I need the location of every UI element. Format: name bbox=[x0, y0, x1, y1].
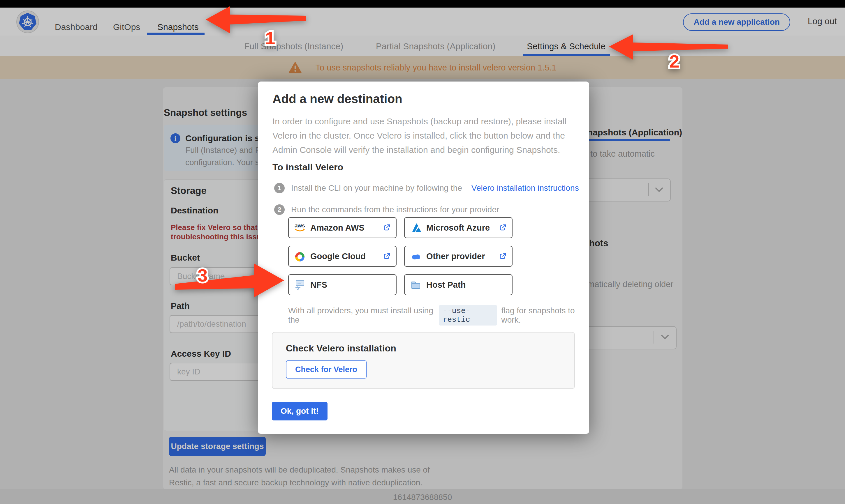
modal-title: Add a new destination bbox=[272, 92, 402, 106]
install-step-2: 2 Run the commands from the instructions… bbox=[274, 204, 499, 215]
annotation-label-3: 3 bbox=[197, 265, 208, 285]
svg-text:aws: aws bbox=[295, 222, 305, 229]
modal-intro-text: In order to configure and use Snapshots … bbox=[272, 114, 567, 157]
annotation-label-1: 1 bbox=[265, 28, 275, 48]
annotation-label-2: 2 bbox=[669, 51, 679, 71]
check-for-velero-button[interactable]: Check for Velero bbox=[286, 360, 367, 379]
check-velero-title: Check Velero installation bbox=[286, 343, 396, 354]
provider-label: Microsoft Azure bbox=[426, 223, 490, 233]
restic-note: With all providers, you must install usi… bbox=[288, 305, 589, 325]
external-link-icon bbox=[383, 252, 391, 260]
provider-label: Google Cloud bbox=[310, 252, 366, 261]
annotation-arrow-1: 1 bbox=[204, 4, 309, 48]
step-number-badge: 1 bbox=[274, 183, 285, 193]
provider-button-grid: aws Amazon AWS Microsoft Azure bbox=[288, 217, 512, 295]
annotation-arrow-2: 2 bbox=[608, 32, 730, 74]
provider-button-nfs[interactable]: NFS bbox=[288, 274, 397, 295]
restic-note-text: flag for snapshots to work. bbox=[501, 306, 589, 325]
annotation-arrow-3: 3 bbox=[172, 260, 288, 301]
provider-label: Host Path bbox=[426, 280, 465, 290]
provider-button-other[interactable]: Other provider bbox=[404, 246, 512, 267]
provider-button-azure[interactable]: Microsoft Azure bbox=[404, 217, 512, 238]
velero-instructions-link[interactable]: Velero installation instructions bbox=[472, 183, 579, 193]
step-text: Install the CLI on your machine by follo… bbox=[291, 183, 462, 193]
step-text: Run the commands from the instructions f… bbox=[291, 205, 499, 214]
install-velero-heading: To install Velero bbox=[272, 162, 343, 173]
external-link-icon bbox=[383, 223, 391, 232]
ok-got-it-button[interactable]: Ok, got it! bbox=[272, 402, 328, 420]
install-step-1: 1 Install the CLI on your machine by fol… bbox=[274, 183, 579, 193]
provider-label: NFS bbox=[310, 280, 327, 290]
aws-logo-icon: aws bbox=[294, 222, 306, 234]
provider-button-google-cloud[interactable]: Google Cloud bbox=[288, 246, 397, 267]
provider-button-host-path[interactable]: Host Path bbox=[404, 274, 512, 295]
provider-button-aws[interactable]: aws Amazon AWS bbox=[288, 217, 397, 238]
folder-icon bbox=[410, 279, 422, 291]
check-velero-box: Check Velero installation Check for Vele… bbox=[272, 332, 575, 389]
use-restic-code-chip: --use-restic bbox=[439, 305, 497, 325]
cloud-icon bbox=[410, 250, 422, 262]
google-cloud-logo-icon bbox=[294, 250, 306, 262]
add-destination-modal: Add a new destination In order to config… bbox=[258, 82, 589, 434]
azure-logo-icon bbox=[410, 222, 422, 234]
restic-note-text: With all providers, you must install usi… bbox=[288, 306, 435, 325]
provider-label: Other provider bbox=[426, 252, 485, 261]
step-number-badge: 2 bbox=[274, 204, 285, 215]
external-link-icon bbox=[498, 252, 507, 260]
provider-label: Amazon AWS bbox=[310, 223, 365, 233]
external-link-icon bbox=[498, 223, 507, 232]
nfs-network-icon bbox=[294, 279, 306, 291]
